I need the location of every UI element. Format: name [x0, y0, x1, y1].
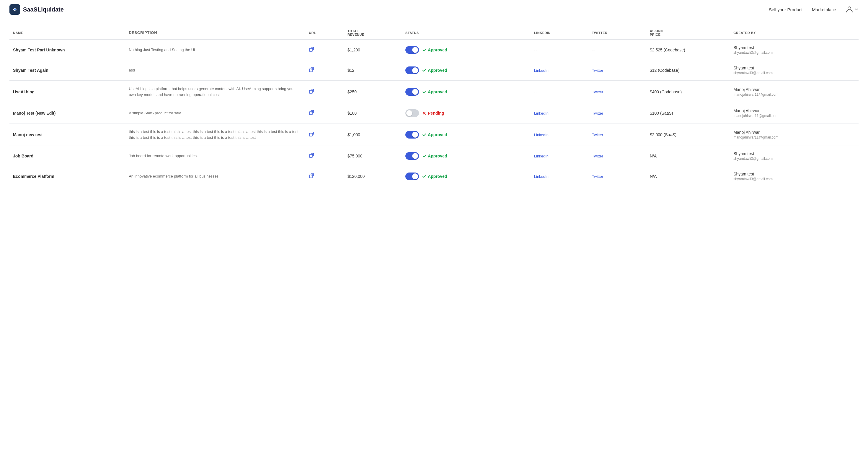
cell-twitter[interactable]: Twitter: [588, 81, 646, 103]
sell-product-link[interactable]: Sell your Product: [769, 7, 802, 12]
cell-name: Manoj Test (New Edit): [9, 103, 125, 123]
linkedin-link[interactable]: LinkedIn: [534, 68, 549, 73]
cell-status[interactable]: Approved: [402, 60, 531, 81]
status-toggle[interactable]: [405, 131, 419, 139]
cell-status[interactable]: Approved: [402, 39, 531, 60]
external-link-icon[interactable]: [309, 48, 314, 53]
cell-name: Shyam Test Again: [9, 60, 125, 81]
col-header-twitter: TWITTER: [588, 26, 646, 39]
linkedin-link[interactable]: LinkedIn: [534, 132, 549, 137]
user-icon: [845, 6, 853, 13]
cell-revenue: $1,200: [344, 39, 402, 60]
linkedin-link[interactable]: LinkedIn: [534, 111, 549, 116]
cell-url[interactable]: [305, 166, 344, 187]
cell-twitter[interactable]: Twitter: [588, 166, 646, 187]
creator-name: Shyam test: [733, 151, 855, 156]
external-link-icon[interactable]: [309, 154, 314, 159]
cell-url[interactable]: [305, 60, 344, 81]
cell-url[interactable]: [305, 39, 344, 60]
header: SaaSLiquidate Sell your Product Marketpl…: [0, 0, 868, 19]
twitter-link[interactable]: Twitter: [592, 111, 603, 116]
cell-url[interactable]: [305, 146, 344, 166]
linkedin-link[interactable]: LinkedIn: [534, 154, 549, 158]
external-link-icon[interactable]: [309, 132, 314, 138]
creator-email: manojahirwar11@gmail.com: [733, 135, 855, 140]
cell-twitter[interactable]: Twitter: [588, 103, 646, 123]
cell-revenue: $100: [344, 103, 402, 123]
cell-revenue: $1,000: [344, 123, 402, 146]
cell-status[interactable]: Pending: [402, 103, 531, 123]
status-toggle[interactable]: [405, 46, 419, 54]
twitter-link[interactable]: Twitter: [592, 68, 603, 73]
cell-created-by: Shyam test shyamtawli3@gmail.com: [730, 39, 859, 60]
cell-linkedin[interactable]: LinkedIn: [531, 60, 588, 81]
cell-description: An innovative ecommerce platform for all…: [125, 166, 305, 187]
twitter-link[interactable]: Twitter: [592, 90, 603, 94]
cell-linkedin[interactable]: LinkedIn: [531, 103, 588, 123]
linkedin-link[interactable]: LinkedIn: [534, 174, 549, 179]
twitter-link[interactable]: Twitter: [592, 132, 603, 137]
cell-twitter[interactable]: Twitter: [588, 60, 646, 81]
external-link-icon[interactable]: [309, 174, 314, 179]
status-toggle[interactable]: [405, 173, 419, 180]
cell-description: Nothing Just Testing and Seeing the UI: [125, 39, 305, 60]
chevron-down-icon: [855, 7, 859, 11]
table-header: NAME DESCRIPTION URL TOTALREVENUE STATUS…: [9, 26, 859, 39]
cell-status[interactable]: Approved: [402, 146, 531, 166]
cell-name: UseAI.blog: [9, 81, 125, 103]
col-header-revenue: TOTALREVENUE: [344, 26, 402, 39]
logo[interactable]: SaaSLiquidate: [9, 4, 64, 15]
user-menu[interactable]: [845, 6, 859, 13]
cell-created-by: Manoj Ahirwar manojahirwar11@gmail.com: [730, 81, 859, 103]
external-link-icon[interactable]: [309, 90, 314, 95]
cell-description: UseAI blog is a platform that helps user…: [125, 81, 305, 103]
cell-name: Manoj new test: [9, 123, 125, 146]
cell-asking-price: $2,000 (SaaS): [646, 123, 730, 146]
status-toggle[interactable]: [405, 88, 419, 96]
cell-linkedin: --: [531, 39, 588, 60]
cell-description: A simple SaaS product for sale: [125, 103, 305, 123]
col-header-asking: ASKINGPRICE: [646, 26, 730, 39]
col-header-created: CREATED BY: [730, 26, 859, 39]
status-badge: Approved: [422, 154, 447, 158]
status-toggle[interactable]: [405, 109, 419, 117]
creator-email: shyamtawli3@gmail.com: [733, 51, 855, 55]
cell-asking-price: $12 (Codebase): [646, 60, 730, 81]
marketplace-link[interactable]: Marketplace: [812, 7, 836, 12]
cell-asking-price: $100 (SaaS): [646, 103, 730, 123]
cell-revenue: $120,000: [344, 166, 402, 187]
cell-url[interactable]: [305, 103, 344, 123]
cell-linkedin[interactable]: LinkedIn: [531, 166, 588, 187]
cell-status[interactable]: Approved: [402, 123, 531, 146]
cell-status[interactable]: Approved: [402, 166, 531, 187]
twitter-link[interactable]: Twitter: [592, 174, 603, 179]
creator-name: Manoj Ahirwar: [733, 87, 855, 92]
cell-url[interactable]: [305, 81, 344, 103]
status-toggle[interactable]: [405, 152, 419, 160]
svg-point-0: [14, 8, 16, 10]
cell-linkedin[interactable]: LinkedIn: [531, 123, 588, 146]
status-badge: Approved: [422, 48, 447, 52]
cell-created-by: Shyam test shyamtawli3@gmail.com: [730, 166, 859, 187]
external-link-icon[interactable]: [309, 68, 314, 73]
header-nav: Sell your Product Marketplace: [769, 6, 859, 13]
creator-name: Manoj Ahirwar: [733, 109, 855, 113]
table-row: Manoj new testthis is a test this is a t…: [9, 123, 859, 146]
cell-description: Job board for remote work opportunities.: [125, 146, 305, 166]
status-toggle[interactable]: [405, 66, 419, 74]
creator-name: Manoj Ahirwar: [733, 130, 855, 135]
twitter-link[interactable]: Twitter: [592, 154, 603, 158]
cell-asking-price: N/A: [646, 166, 730, 187]
cell-linkedin[interactable]: LinkedIn: [531, 146, 588, 166]
cell-status[interactable]: Approved: [402, 81, 531, 103]
cell-url[interactable]: [305, 123, 344, 146]
table-row: UseAI.blogUseAI blog is a platform that …: [9, 81, 859, 103]
table-row: Manoj Test (New Edit)A simple SaaS produ…: [9, 103, 859, 123]
cell-twitter[interactable]: Twitter: [588, 123, 646, 146]
cell-asking-price: $2,525 (Codebase): [646, 39, 730, 60]
cell-name: Job Board: [9, 146, 125, 166]
creator-email: manojahirwar11@gmail.com: [733, 92, 855, 97]
external-link-icon[interactable]: [309, 111, 314, 116]
table-row: Job BoardJob board for remote work oppor…: [9, 146, 859, 166]
cell-twitter[interactable]: Twitter: [588, 146, 646, 166]
